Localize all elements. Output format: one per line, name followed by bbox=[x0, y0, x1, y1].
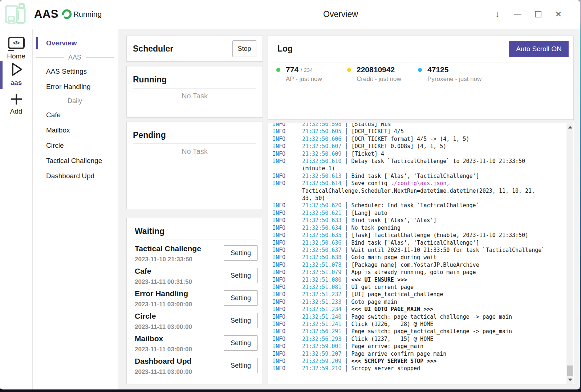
nav-item-dashboard-upd[interactable]: Dashboard Upd bbox=[33, 168, 118, 184]
divider bbox=[133, 88, 256, 89]
rail-item-add[interactable]: Add bbox=[0, 92, 32, 115]
stat-suffix: / 234 bbox=[301, 67, 313, 73]
waiting-task-row: Circle2023-11-11 03:00:00Setting bbox=[135, 311, 258, 333]
waiting-task-time: 2023-11-10 21:33:50 bbox=[135, 255, 201, 264]
rail-item-aas[interactable]: aas bbox=[0, 61, 32, 87]
log-line: INFO21:32:51.079 │ App is already runnin… bbox=[272, 269, 546, 276]
setting-button[interactable]: Setting bbox=[224, 313, 258, 328]
setting-button[interactable]: Setting bbox=[224, 290, 258, 306]
log-card: Log Auto Scroll ON 774/ 234AP - just now… bbox=[268, 36, 574, 120]
minimize-button[interactable] bbox=[513, 9, 523, 19]
log-line: INFO21:32:51.081 │ UI get current page bbox=[272, 283, 546, 291]
log-line: INFO21:32:50.633 │ Bind task ['Alas', 'A… bbox=[272, 217, 546, 224]
nav-item-overview[interactable]: Overview bbox=[33, 36, 118, 51]
log-line: INFO21:32:59.207 │ Page arrive confirm p… bbox=[272, 350, 546, 358]
log-line: INFO21:32:50.610 │ Delay task `TacticalC… bbox=[272, 158, 546, 172]
maximize-button[interactable] bbox=[533, 9, 543, 19]
stat-label: Credit - just now bbox=[357, 75, 418, 83]
nav-item-error-handling[interactable]: Error Handling bbox=[33, 79, 118, 94]
setting-button[interactable]: Setting bbox=[224, 245, 258, 261]
stat-label: AP - just now bbox=[286, 75, 347, 83]
log-line: INFO21:32:50.606 │ [OCR_TICKET format] 4… bbox=[272, 135, 546, 143]
waiting-task-name: Dashboard Upd bbox=[135, 356, 192, 366]
stat-label: Pyroxene - just now bbox=[427, 75, 489, 83]
log-stat: 47125Pyroxene - just now bbox=[418, 65, 489, 83]
log-line: INFO21:32:50.607 │ [OCR_TICKET 0.008s] (… bbox=[272, 143, 546, 150]
stat-dot-icon bbox=[418, 68, 422, 72]
auto-scroll-button[interactable]: Auto Scroll ON bbox=[509, 41, 569, 57]
waiting-task-name: Tactical Challenge bbox=[135, 244, 201, 253]
running-title: Running bbox=[133, 75, 256, 85]
desktop-bottom bbox=[0, 389, 581, 392]
play-icon bbox=[8, 61, 25, 78]
stop-button[interactable]: Stop bbox=[232, 40, 256, 57]
nav-item-aas-settings[interactable]: AAS Settings bbox=[33, 64, 118, 79]
scroll-up-icon[interactable] bbox=[568, 126, 572, 128]
nav-item-mailbox[interactable]: Mailbox bbox=[33, 123, 118, 138]
log-scrollbar[interactable] bbox=[566, 123, 573, 384]
log-line: INFO21:32:59.210 │ Scrcpy server stopped bbox=[272, 365, 546, 372]
add-icon bbox=[9, 92, 24, 106]
waiting-task-row: Mailbox2023-11-11 03:00:00Setting bbox=[135, 333, 258, 356]
log-line: INFO21:32:50.634 │ No task pending bbox=[272, 224, 546, 232]
stat-value: 774 bbox=[286, 65, 298, 74]
waiting-task-name: Circle bbox=[135, 311, 192, 321]
log-line: INFO21:32:50.635 │ [Task] TacticalChalle… bbox=[272, 232, 546, 239]
stat-value: 220810942 bbox=[357, 65, 395, 74]
log-line: INFO21:32:50.609 │ [Ticket] 4 bbox=[272, 150, 546, 158]
scheduler-title: Scheduler bbox=[133, 44, 232, 54]
running-empty-text: No Task bbox=[133, 92, 256, 100]
waiting-title: Waiting bbox=[135, 226, 258, 236]
pending-title: Pending bbox=[133, 130, 256, 140]
rail-aas-label: aas bbox=[11, 79, 22, 87]
log-stat: 220810942Credit - just now bbox=[347, 65, 418, 83]
app-name: AAS bbox=[34, 8, 58, 21]
log-line: INFO21:32:50.638 │ Goto main page during… bbox=[272, 254, 546, 261]
waiting-task-row: Dashboard Upd2023-11-11 03:00:00Setting bbox=[135, 356, 258, 378]
log-line: INFO21:32:51.234 │ <<< UI GOTO PAGE_MAIN… bbox=[272, 306, 546, 313]
waiting-task-time: 2023-11-11 03:00:00 bbox=[135, 368, 192, 376]
divider bbox=[135, 240, 256, 240]
rail-home-label: Home bbox=[7, 52, 25, 60]
waiting-task-time: 2023-11-11 03:00:00 bbox=[135, 345, 192, 354]
scrollbar-thumb[interactable] bbox=[567, 366, 573, 376]
waiting-task-row: Tactical Challenge2023-11-10 21:33:50Set… bbox=[135, 243, 258, 266]
setting-button[interactable]: Setting bbox=[224, 335, 258, 351]
app-logo-icon bbox=[4, 3, 26, 25]
app-window: AAS Running Overview ↓ ✕ </> Home aas bbox=[0, 0, 580, 389]
scroll-down-icon[interactable] bbox=[568, 379, 572, 381]
setting-button[interactable]: Setting bbox=[224, 358, 258, 373]
setting-button[interactable]: Setting bbox=[224, 268, 258, 283]
log-line: INFO21:32:59.001 │ Page arrive: page_mai… bbox=[272, 343, 546, 350]
download-arrow-icon[interactable]: ↓ bbox=[493, 9, 502, 19]
page-title: Overview bbox=[323, 9, 358, 19]
log-line: INFO21:32:51.078 │ [Package_name] com.Yo… bbox=[272, 261, 546, 269]
nav-item-cafe[interactable]: Cafe bbox=[33, 107, 118, 123]
divider bbox=[273, 62, 569, 62]
nav-item-circle[interactable]: Circle bbox=[33, 138, 118, 153]
log-line: INFO21:32:50.613 │ Bind task ['Alas', 'T… bbox=[272, 172, 546, 180]
log-line: INFO21:32:56.293 │ Click (1237, 15) @ HO… bbox=[272, 335, 546, 343]
waiting-task-name: Mailbox bbox=[135, 334, 192, 343]
log-line: INFO21:32:51.241 │ Click (1226, 28) @ HO… bbox=[272, 320, 546, 328]
log-stats: 774/ 234AP - just now220810942Credit - j… bbox=[276, 65, 569, 83]
log-line: INFO21:32:50.605 │ [OCR_TICKET] 4/5 bbox=[272, 128, 546, 135]
main-content: Scheduler Stop Running No Task Pending N… bbox=[118, 29, 580, 389]
pending-empty-text: No Task bbox=[133, 147, 256, 156]
rail-active-indicator bbox=[0, 61, 3, 89]
pending-card: Pending No Task bbox=[126, 122, 263, 209]
log-line: INFO21:32:59.209 │ <<< SCRCPY SERVER STO… bbox=[272, 358, 546, 365]
scheduler-status: Running bbox=[73, 10, 102, 19]
nav-sidebar: OverviewAASAAS SettingsError HandlingDai… bbox=[33, 29, 118, 389]
window-controls: ↓ ✕ bbox=[493, 0, 563, 28]
close-button[interactable]: ✕ bbox=[554, 9, 563, 19]
rail-item-home[interactable]: </> Home bbox=[0, 37, 32, 60]
icon-rail: </> Home aas Add bbox=[0, 29, 33, 389]
log-line: INFO21:32:50.620 │ Scheduler: End task `… bbox=[272, 202, 546, 209]
log-header: Log Auto Scroll ON bbox=[273, 36, 569, 62]
log-line: INFO21:32:50.637 │ Wait until 2023-11-10… bbox=[272, 246, 546, 254]
waiting-card: Waiting Tactical Challenge2023-11-10 21:… bbox=[126, 218, 263, 384]
nav-item-tactical-challenge[interactable]: Tactical Challenge bbox=[33, 153, 118, 168]
scheduler-card: Scheduler Stop bbox=[126, 36, 263, 62]
waiting-task-name: Cafe bbox=[135, 266, 192, 276]
